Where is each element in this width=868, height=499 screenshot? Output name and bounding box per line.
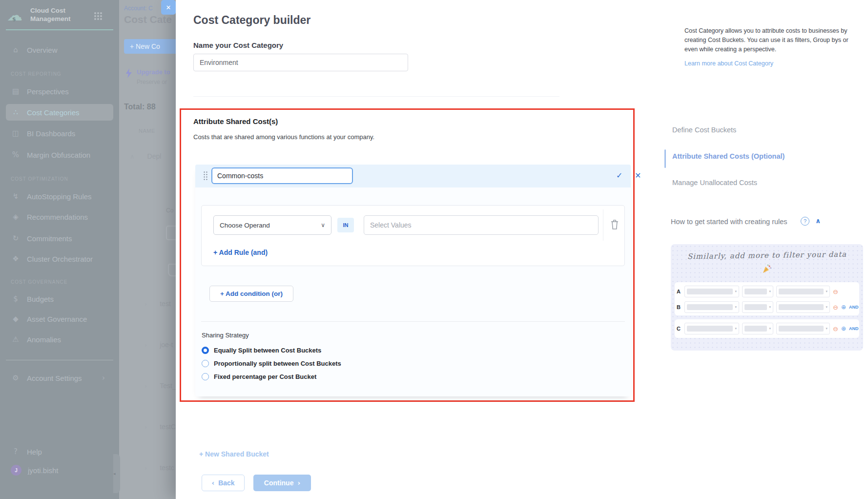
cancel-x-icon[interactable]: ✕ <box>635 171 641 180</box>
operator-in-badge[interactable]: IN <box>337 218 354 232</box>
sidebar-item-label: Account Settings <box>27 374 82 382</box>
sidebar-item-asset-governance[interactable]: ◆ Asset Governance <box>6 311 113 327</box>
bucket-name-input[interactable] <box>211 167 353 184</box>
sidebar-item-margin-obfuscation[interactable]: % Margin Obfuscation <box>6 146 113 163</box>
strategy-option-fixed[interactable]: Fixed percentage per Cost Bucket <box>202 373 316 380</box>
question-circle-icon[interactable]: ? <box>801 217 809 226</box>
sidebar-item-perspectives[interactable]: ▤ Perspectives <box>6 83 113 100</box>
ghost-icon <box>168 264 176 276</box>
total-count: Total: 88 <box>124 103 156 111</box>
chevron-up-icon: ∧ <box>130 153 135 160</box>
rules-panel: Choose Operand ∨ IN + Add Rule (and) <box>201 205 625 266</box>
continue-button[interactable]: Continue › <box>253 475 311 491</box>
sidebar-item-user[interactable]: J jyoti.bisht <box>6 462 113 478</box>
howto-illustration-panel: Similarly, add more to filter your data … <box>671 244 863 351</box>
add-circle-icon: ⊕ <box>841 304 846 311</box>
row-label: testC <box>160 423 176 431</box>
cost-category-name-input[interactable] <box>193 54 408 71</box>
strategy-divider <box>201 321 625 322</box>
category-icon: ∴ <box>11 108 21 117</box>
skeleton-select: ▾ <box>776 323 830 334</box>
sidebar-item-autostopping-rules[interactable]: ↯ AutoStopping Rules <box>6 188 113 205</box>
refresh-icon: ↻ <box>11 234 21 243</box>
module-grid-icon[interactable] <box>94 12 103 21</box>
sidebar-item-commitments[interactable]: ↻ Commitments <box>6 230 113 247</box>
radio-icon[interactable] <box>202 373 209 380</box>
autostopping-icon: ↯ <box>11 192 21 201</box>
howto-title: How to get started with creating rules <box>671 218 787 226</box>
chevron-down-icon: ∨ <box>321 222 325 229</box>
step-manage-unallocated-costs[interactable]: Manage Unallocated Costs <box>672 179 757 187</box>
table-row[interactable]: › test <box>145 300 171 308</box>
skeleton-select: ▾ <box>684 286 739 297</box>
back-label: Back <box>218 479 234 487</box>
table-row-expanded[interactable]: ∧ Depl <box>130 152 161 160</box>
drag-handle-icon[interactable] <box>203 171 208 181</box>
close-icon[interactable]: ✕ <box>161 0 176 15</box>
sidebar-item-account-settings[interactable]: ⚙ Account Settings › <box>6 370 113 386</box>
chevron-up-icon[interactable]: ∧ <box>815 217 821 225</box>
example-rule-row-a: A ▾ ▾ ▾ ⊖ <box>677 285 838 298</box>
sidebar-collapse-handle[interactable]: ◂ <box>113 454 120 493</box>
row-label: A <box>677 289 682 294</box>
section-label-cost-governance: COST GOVERNANCE <box>11 279 68 285</box>
cluster-icon: ❖ <box>11 254 21 263</box>
app-title: Cloud Cost Management <box>30 7 89 23</box>
table-row[interactable]: › testc <box>145 464 174 472</box>
sidebar-item-anomalies[interactable]: ⚠ Anomalies <box>6 331 113 348</box>
remove-circle-icon: ⊖ <box>833 304 838 311</box>
delete-rule-trash-icon[interactable] <box>610 219 620 231</box>
remove-circle-icon: ⊖ <box>833 288 838 295</box>
learn-more-link[interactable]: Learn more about Cost Category <box>684 60 773 67</box>
radio-icon[interactable] <box>202 360 209 367</box>
sidebar-item-label: AutoStopping Rules <box>27 192 92 201</box>
table-row[interactable]: › Test_ <box>145 382 176 390</box>
sidebar-item-recommendations[interactable]: ◈ Recommendations <box>6 208 113 225</box>
sidebar-item-label: Anomalies <box>27 335 61 344</box>
chevron-right-icon: › <box>145 382 147 390</box>
chevron-right-icon: › <box>99 374 108 382</box>
upgrade-banner-subtitle: Preserve or <box>137 79 167 85</box>
add-condition-button[interactable]: + Add condition (or) <box>209 286 293 302</box>
skeleton-select: ▾ <box>742 286 773 297</box>
info-text: Cost Category allows you to attribute co… <box>684 26 856 54</box>
and-label: AND <box>849 305 859 310</box>
sidebar-item-help[interactable]: ? Help <box>6 443 113 460</box>
new-shared-bucket-button[interactable]: + New Shared Bucket <box>199 450 269 458</box>
sidebar: ☁$ Cloud Cost Management ⌂ Overview COST… <box>0 0 119 499</box>
active-step-indicator <box>664 149 666 168</box>
operand-select-value: Choose Operand <box>220 222 270 229</box>
skeleton-select: ▾ <box>742 323 773 334</box>
confirm-check-icon[interactable]: ✓ <box>616 171 622 180</box>
chevron-right-icon: › <box>145 423 147 431</box>
radio-selected-icon[interactable] <box>202 347 209 354</box>
step-attribute-shared-costs[interactable]: Attribute Shared Costs (Optional) <box>672 152 785 160</box>
sidebar-item-overview[interactable]: ⌂ Overview <box>6 42 113 58</box>
sidebar-item-cost-categories[interactable]: ∴ Cost Categories <box>6 104 113 121</box>
sidebar-divider <box>6 360 113 360</box>
name-field-label: Name your Cost Category <box>193 41 283 49</box>
back-button[interactable]: ‹ Back <box>202 475 245 491</box>
table-row[interactable]: › testC <box>145 423 176 431</box>
help-icon: ? <box>11 447 21 456</box>
cloud-dollar-logo-icon: ☁$ <box>7 8 24 22</box>
cost-bucket-mini-label: Co <box>166 207 173 214</box>
strategy-option-proportionally[interactable]: Proportionally split between Cost Bucket… <box>202 360 341 367</box>
select-values-input[interactable] <box>364 215 599 235</box>
user-name: jyoti.bisht <box>28 466 59 475</box>
strategy-option-equally[interactable]: Equally Split between Cost Buckets <box>202 347 321 354</box>
operand-select[interactable]: Choose Operand ∨ <box>213 215 331 235</box>
table-row[interactable]: › joe-t <box>145 341 173 349</box>
new-cost-category-button[interactable]: + New Co <box>124 39 176 54</box>
account-breadcrumb: Account: C <box>124 5 153 12</box>
continue-label: Continue <box>264 479 294 487</box>
example-rule-card: C ▾ ▾ ▾ ⊖ ⊕ AND <box>675 319 859 338</box>
sidebar-item-label: Cost Categories <box>27 108 80 117</box>
section-divider <box>193 96 559 97</box>
sidebar-item-cluster-orchestrator[interactable]: ❖ Cluster Orchestrator <box>6 250 113 267</box>
step-define-cost-buckets[interactable]: Define Cost Buckets <box>672 126 736 134</box>
add-rule-button[interactable]: + Add Rule (and) <box>213 249 268 256</box>
sidebar-item-bi-dashboards[interactable]: ◫ BI Dashboards <box>6 125 113 142</box>
chevron-right-icon: › <box>297 479 300 487</box>
sidebar-item-budgets[interactable]: $ Budgets <box>6 291 113 307</box>
